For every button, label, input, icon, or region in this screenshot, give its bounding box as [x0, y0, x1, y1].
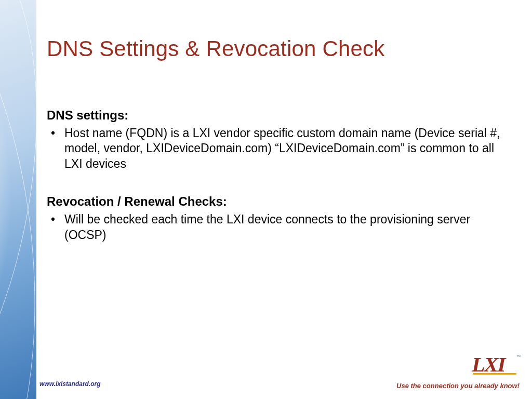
logo-text: LXI: [472, 354, 517, 375]
bullet-list: Will be checked each time the LXI device…: [47, 212, 511, 243]
section-heading: Revocation / Renewal Checks:: [47, 194, 511, 209]
slide-footer: www.lxistandard.org LXI ™ Use the connec…: [0, 367, 532, 399]
section-heading: DNS settings:: [47, 108, 511, 123]
list-item: Host name (FQDN) is a LXI vendor specifi…: [47, 126, 511, 171]
list-item: Will be checked each time the LXI device…: [47, 212, 511, 243]
lxi-logo: LXI ™: [473, 354, 516, 376]
footer-tagline: Use the connection you already know!: [396, 382, 520, 390]
bullet-list: Host name (FQDN) is a LXI vendor specifi…: [47, 126, 511, 171]
decorative-side-art: [0, 0, 36, 399]
section-dns: DNS settings: Host name (FQDN) is a LXI …: [47, 108, 511, 171]
slide: DNS Settings & Revocation Check DNS sett…: [0, 0, 532, 399]
trademark-icon: ™: [516, 354, 521, 359]
footer-url: www.lxistandard.org: [39, 380, 101, 388]
slide-title: DNS Settings & Revocation Check: [47, 36, 511, 61]
section-revocation: Revocation / Renewal Checks: Will be che…: [47, 194, 511, 243]
slide-content: DNS Settings & Revocation Check DNS sett…: [47, 36, 511, 265]
